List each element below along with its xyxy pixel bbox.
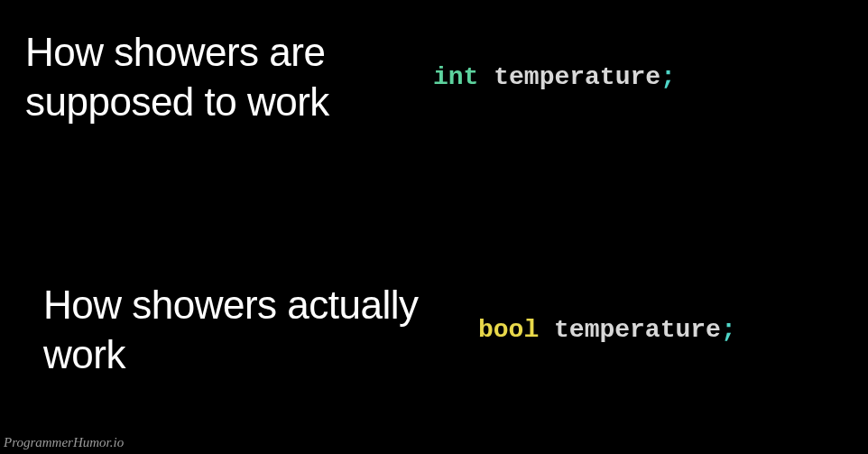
code-line: bool temperature; xyxy=(478,316,736,344)
semicolon: ; xyxy=(660,63,676,91)
caption-text: How showers actually work xyxy=(43,280,422,379)
identifier: temperature xyxy=(554,316,721,344)
identifier: temperature xyxy=(494,63,660,91)
keyword-bool: bool xyxy=(478,316,539,344)
keyword-int: int xyxy=(433,63,478,91)
watermark: ProgrammerHumor.io xyxy=(4,435,124,450)
code-line: int temperature; xyxy=(433,63,676,91)
semicolon: ; xyxy=(721,316,736,344)
bottom-code-block: bool temperature; xyxy=(478,316,736,344)
top-caption: How showers are supposed to work xyxy=(25,27,404,126)
caption-text: How showers are supposed to work xyxy=(25,27,404,126)
bottom-caption: How showers actually work xyxy=(43,280,422,379)
top-code-block: int temperature; xyxy=(433,63,676,91)
